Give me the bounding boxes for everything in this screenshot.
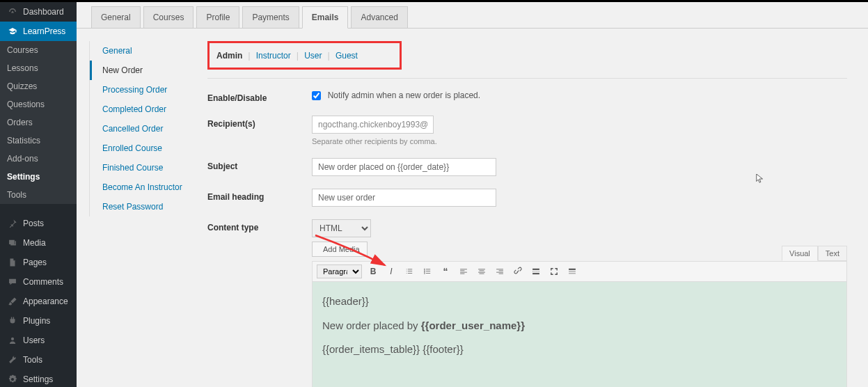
quote-icon[interactable]: “ [439, 264, 452, 278]
svg-point-0 [11, 338, 14, 340]
editor-toolbar: Paragraph B I “ [312, 261, 847, 282]
editor-tab-text[interactable]: Text [818, 246, 847, 261]
sidebar-item-settings[interactable]: Settings [0, 370, 77, 387]
page-icon [7, 257, 18, 268]
editor-tab-visual[interactable]: Visual [782, 246, 818, 261]
recipients-label: Recipient(s) [207, 116, 312, 129]
toolbar-toggle-icon[interactable] [565, 264, 579, 278]
sidebar-sub-questions[interactable]: Questions [0, 95, 77, 113]
sidebar-sub-statistics[interactable]: Statistics [0, 132, 77, 150]
subject-label: Subject [207, 158, 312, 171]
sidebar-item-plugins[interactable]: Plugins [0, 311, 77, 331]
role-separator: | [248, 50, 250, 61]
user-icon [7, 335, 18, 346]
sidebar-sub-orders[interactable]: Orders [0, 113, 77, 132]
sidebar-item-learnpress[interactable]: LearnPress [0, 22, 77, 41]
sidebar-sub-courses[interactable]: Courses [0, 41, 77, 59]
subnav-finished-course[interactable]: Finished Course [90, 158, 195, 177]
editor-line-3: {{order_items_table}} {{footer}} [322, 340, 837, 360]
sidebar-item-appearance[interactable]: Appearance [0, 292, 77, 311]
tab-general[interactable]: General [91, 6, 141, 28]
subnav-general[interactable]: General [90, 41, 195, 61]
readmore-icon[interactable] [529, 264, 543, 278]
role-tabs-highlight: Admin|Instructor|User|Guest [207, 41, 402, 70]
tab-profile[interactable]: Profile [196, 6, 239, 28]
sidebar-item-posts[interactable]: Posts [0, 214, 77, 233]
format-select[interactable]: Paragraph [317, 264, 362, 278]
wrench-icon [7, 354, 18, 365]
tab-courses[interactable]: Courses [143, 6, 194, 28]
settings-tabs: GeneralCoursesProfilePaymentsEmailsAdvan… [77, 0, 868, 29]
add-media-button[interactable]: Add Media [312, 242, 368, 257]
recipients-input[interactable] [312, 116, 434, 134]
svg-rect-5 [569, 271, 576, 271]
sidebar-item-comments[interactable]: Comments [0, 272, 77, 292]
svg-rect-6 [569, 273, 576, 274]
main-content: GeneralCoursesProfilePaymentsEmailsAdvan… [77, 0, 868, 387]
subnav-reset-password[interactable]: Reset Password [90, 197, 195, 216]
brush-icon [7, 296, 18, 307]
admin-sidebar: DashboardLearnPress CoursesLessonsQuizze… [0, 0, 77, 387]
recipients-help: Separate other recipients by comma. [312, 137, 847, 145]
sidebar-item-pages[interactable]: Pages [0, 253, 77, 272]
ctype-label: Content type [207, 219, 312, 232]
tab-emails[interactable]: Emails [302, 6, 349, 29]
subnav-processing-order[interactable]: Processing Order [90, 80, 195, 100]
comment-icon [7, 276, 18, 287]
role-separator: | [297, 50, 299, 61]
subnav-cancelled-order[interactable]: Cancelled Order [90, 119, 195, 139]
align-left-icon[interactable] [457, 264, 471, 278]
tab-advanced[interactable]: Advanced [351, 6, 407, 28]
role-tab-user[interactable]: User [304, 51, 322, 61]
sidebar-sub-settings[interactable]: Settings [0, 168, 77, 186]
svg-rect-4 [569, 269, 576, 270]
enable-text: Notify admin when a new order is placed. [328, 90, 480, 100]
editor-line-1: {{header}} [322, 292, 837, 312]
align-center-icon[interactable] [475, 264, 489, 278]
media-icon [7, 237, 18, 248]
cap-icon [7, 26, 18, 37]
subnav-enrolled-course[interactable]: Enrolled Course [90, 139, 195, 158]
dash-icon [7, 6, 18, 17]
role-tab-guest[interactable]: Guest [336, 51, 358, 61]
link-icon[interactable] [511, 264, 525, 278]
email-settings-panel: Admin|Instructor|User|Guest Enable/Disab… [195, 29, 868, 387]
enable-checkbox[interactable] [312, 91, 321, 100]
subnav-become-an-instructor[interactable]: Become An Instructor [90, 177, 195, 197]
role-tab-instructor[interactable]: Instructor [256, 51, 291, 61]
sidebar-sub-lessons[interactable]: Lessons [0, 59, 77, 77]
subnav-completed-order[interactable]: Completed Order [90, 100, 195, 119]
svg-rect-3 [532, 273, 539, 274]
fullscreen-icon[interactable] [547, 264, 561, 278]
subnav-new-order[interactable]: New Order [90, 61, 195, 80]
sidebar-item-tools[interactable]: Tools [0, 350, 77, 370]
heading-input[interactable] [312, 189, 496, 207]
enable-label: Enable/Disable [207, 90, 312, 103]
sidebar-item-users[interactable]: Users [0, 331, 77, 350]
bold-icon[interactable]: B [366, 264, 380, 278]
sidebar-item-media[interactable]: Media [0, 233, 77, 253]
plugin-icon [7, 315, 18, 326]
sidebar-sub-add-ons[interactable]: Add-ons [0, 150, 77, 168]
pin-icon [7, 218, 18, 229]
content-type-select[interactable]: HTML [312, 219, 371, 237]
heading-label: Email heading [207, 189, 312, 202]
align-right-icon[interactable] [493, 264, 507, 278]
tab-payments[interactable]: Payments [242, 6, 299, 28]
subject-input[interactable] [312, 158, 496, 176]
role-tab-admin[interactable]: Admin [216, 51, 242, 61]
italic-icon[interactable]: I [384, 264, 398, 278]
number-list-icon[interactable] [420, 264, 434, 278]
editor-body[interactable]: {{header}} New order placed by {{order_u… [312, 282, 847, 387]
bullet-list-icon[interactable] [402, 264, 416, 278]
sidebar-item-dashboard[interactable]: Dashboard [0, 2, 77, 22]
email-subnav: GeneralNew OrderProcessing OrderComplete… [77, 29, 195, 387]
gear-icon [7, 374, 18, 385]
sidebar-sub-quizzes[interactable]: Quizzes [0, 77, 77, 95]
sidebar-sub-tools[interactable]: Tools [0, 186, 77, 204]
svg-rect-2 [532, 269, 539, 270]
role-separator: | [327, 50, 329, 61]
editor-line-2: New order placed by {{order_user_name}} [322, 316, 837, 336]
